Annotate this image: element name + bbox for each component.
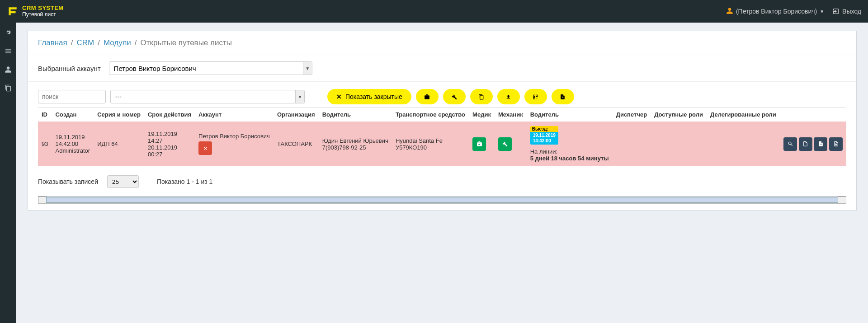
cell-series: ИДП 64 [94,122,144,166]
logo[interactable]: CRM SYSTEM Путевой лист [7,5,64,17]
action-doc3-button[interactable] [829,137,843,151]
brand-subtitle: Путевой лист [22,12,64,18]
tool-upload-button[interactable] [497,89,520,104]
col-dispatcher[interactable]: Диспетчер [613,108,651,122]
search-icon [788,141,793,147]
table-header-row: ID Создан Серия и номер Срок действия Ак… [38,108,846,122]
file-icon [802,141,808,147]
account-select[interactable]: ▼ [109,61,312,75]
tool-briefcase-button[interactable] [416,89,439,104]
chevron-down-icon: ▼ [295,90,304,103]
file-export-icon [560,94,566,100]
cell-id: 93 [38,122,52,166]
search-input[interactable] [38,90,106,103]
show-closed-label: Показать закрытые [345,93,402,100]
status-badge: Выезд: 19.11.2019 14:42:00 [530,126,558,145]
cell-avail-roles [651,122,707,166]
medkit-icon [476,141,482,147]
cell-deleg-roles [707,122,780,166]
wrench-icon [502,141,508,147]
topbar: CRM SYSTEM Путевой лист (Петров Виктор Б… [0,0,868,23]
mechanic-button[interactable] [498,137,512,151]
cell-account: Петров Виктор Борисович [195,122,274,166]
breadcrumb-crm[interactable]: CRM [76,38,94,47]
shown-label: Показано 1 - 1 из 1 [157,178,212,185]
cell-medic [469,122,495,166]
cell-vehicle: Hyundai Santa Fe У579КО190 [392,122,469,166]
tool-qr-button[interactable] [524,89,547,104]
breadcrumb: Главная / CRM / Модули / Открытые путевы… [28,31,856,55]
col-validity[interactable]: Срок действия [144,108,195,122]
sidebar-gears-icon[interactable] [5,29,12,37]
cell-dispatcher [613,122,651,166]
horizontal-scrollbar[interactable] [38,196,846,204]
sidebar-user-icon[interactable] [5,66,12,75]
col-driver2[interactable]: Водитель [527,108,613,122]
filter-select[interactable]: ▼ [110,90,305,103]
medic-button[interactable] [472,137,486,151]
close-icon [203,145,208,151]
cell-driver-status: Выезд: 19.11.2019 14:42:00 На линии: 5 д… [527,122,613,166]
file-text-icon [833,141,839,147]
breadcrumb-modules[interactable]: Модули [104,38,131,47]
col-series[interactable]: Серия и номер [94,108,144,122]
action-doc1-button[interactable] [799,137,812,151]
account-row: Выбранный аккаунт ▼ [28,55,856,81]
remove-account-button[interactable] [198,141,212,155]
cell-mechanic [495,122,527,166]
sidebar-copy-icon[interactable] [5,84,12,93]
qr-icon [533,94,538,100]
col-medic[interactable]: Медик [469,108,495,122]
user-icon [726,7,733,16]
col-actions [780,108,846,122]
tool-export-button[interactable] [552,89,574,104]
copy-icon [478,94,484,100]
briefcase-icon [424,94,430,100]
sidebar [0,23,16,323]
col-id[interactable]: ID [38,108,52,122]
scrollbar-thumb[interactable] [46,197,838,203]
col-org[interactable]: Организация [274,108,319,122]
table-footer: Показывать записей 25 Показано 1 - 1 из … [28,171,856,196]
close-icon: ✕ [336,93,342,100]
filter-select-input[interactable] [110,90,305,103]
tool-copy-button[interactable] [470,89,493,104]
col-mechanic[interactable]: Механик [495,108,527,122]
perpage-label: Показывать записей [38,178,98,185]
col-created[interactable]: Создан [52,108,94,122]
breadcrumb-home[interactable]: Главная [38,38,67,47]
cell-validity: 19.11.2019 14:27 20.11.2019 00:27 [144,122,195,166]
data-table: ID Создан Серия и номер Срок действия Ак… [38,107,846,166]
account-label: Выбранный аккаунт [38,65,101,72]
col-driver[interactable]: Водитель [319,108,392,122]
caret-down-icon: ▼ [820,9,824,14]
breadcrumb-current: Открытые путевые листы [141,38,232,47]
upload-icon [505,94,511,100]
chevron-down-icon: ▼ [303,62,312,75]
signout-label: Выход [842,8,861,15]
table-row[interactable]: 93 19.11.2019 14:42:00 Administrator ИДП… [38,122,846,166]
brand-title: CRM SYSTEM [22,5,64,11]
tool-wrench-button[interactable] [443,89,466,104]
cell-org: ТАКСОПАРК [274,122,319,166]
action-view-button[interactable] [783,137,797,151]
user-menu[interactable]: (Петров Виктор Борисович) ▼ [726,7,824,16]
col-avail-roles[interactable]: Доступные роли [651,108,707,122]
main-panel: Главная / CRM / Модули / Открытые путевы… [28,31,857,211]
file-download-icon [818,141,824,147]
col-vehicle[interactable]: Транспортное средство [392,108,469,122]
col-account[interactable]: Аккаунт [195,108,274,122]
sidebar-list-icon[interactable] [5,47,12,56]
perpage-select[interactable]: 25 [107,175,139,188]
account-select-input[interactable] [109,61,312,75]
show-closed-button[interactable]: ✕ Показать закрытые [327,89,411,104]
signout-icon [832,8,840,15]
wrench-icon [451,94,457,100]
signout-button[interactable]: Выход [832,8,861,15]
col-deleg-roles[interactable]: Делегированные роли [707,108,780,122]
action-doc2-button[interactable] [814,137,827,151]
toolbar: ▼ ✕ Показать закрытые [28,81,856,107]
user-name: (Петров Виктор Борисович) [736,8,817,15]
logo-icon [7,5,19,17]
cell-driver: Юдин Евгений Юрьевич 7(903)798-92-25 [319,122,392,166]
